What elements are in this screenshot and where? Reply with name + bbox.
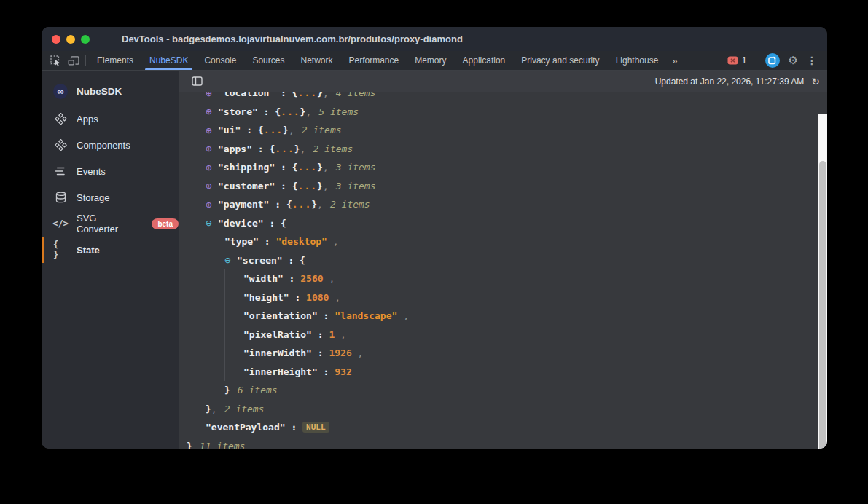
collapsed-dots[interactable]: ... xyxy=(275,143,294,154)
updated-timestamp: Updated at Jan 22, 2026, 11:27:39 AM xyxy=(655,76,805,87)
comma: , xyxy=(323,162,329,173)
indent-guide xyxy=(187,214,206,233)
comma: , xyxy=(397,310,409,321)
extension-icon[interactable] xyxy=(765,53,780,68)
expand-toggle-expanded[interactable]: ⊖ xyxy=(206,218,218,228)
updated-status: Updated at Jan 22, 2026, 11:27:39 AM ↻ xyxy=(655,76,820,87)
sidebar-item-svg-converter[interactable]: </>SVG Converterbeta xyxy=(42,210,179,237)
devtools-tab-bar: ElementsNubeSDKConsoleSourcesNetworkPerf… xyxy=(42,51,827,71)
expand-toggle-expanded[interactable]: ⊖ xyxy=(224,255,237,265)
json-key: "orientation" xyxy=(243,310,318,321)
collapsed-dots[interactable]: ... xyxy=(298,162,317,173)
tab-network[interactable]: Network xyxy=(292,51,340,70)
indent-guide xyxy=(206,288,224,307)
expand-toggle-collapsed[interactable]: ⊕ xyxy=(206,181,218,191)
beta-badge: beta xyxy=(152,218,179,229)
close-brace: } xyxy=(317,162,323,173)
tab-nubesdk[interactable]: NubeSDK xyxy=(141,51,196,70)
tab-performance[interactable]: Performance xyxy=(340,51,407,70)
comma: , xyxy=(323,181,329,192)
device-toolbar-icon[interactable] xyxy=(65,51,82,70)
toolbar-divider xyxy=(85,55,86,66)
tab-privacy-and-security[interactable]: Privacy and security xyxy=(513,51,607,70)
expand-toggle-collapsed[interactable]: ⊕ xyxy=(206,200,218,210)
sidebar-item-nubesdk[interactable]: ∞NubeSDK xyxy=(42,78,179,104)
json-row-orientation: "orientation" : "landscape" , xyxy=(187,307,827,326)
indent-guide xyxy=(206,381,224,400)
collapsed-dots[interactable]: ... xyxy=(298,92,317,98)
tab-lighthouse[interactable]: Lighthouse xyxy=(608,51,667,70)
sidebar-item-label: Components xyxy=(77,140,130,151)
items-count: 11 items xyxy=(200,441,246,449)
more-tabs-button[interactable]: » xyxy=(666,55,682,66)
close-brace: } xyxy=(317,181,323,192)
indent-guide xyxy=(224,363,243,382)
scrollbar-track[interactable] xyxy=(818,114,827,449)
json-row-close-brace: }6 items xyxy=(187,381,827,400)
collapsed-dots[interactable]: ... xyxy=(298,181,317,192)
indent-guide xyxy=(187,195,206,214)
zoom-window-button[interactable] xyxy=(81,35,90,44)
issues-counter[interactable]: 1 xyxy=(724,55,750,66)
sidebar-item-events[interactable]: Events xyxy=(42,158,179,184)
indent-guide xyxy=(187,269,206,288)
json-row-width: "width" : 2560 , xyxy=(187,269,827,288)
comma: , xyxy=(324,273,335,284)
json-key: "store" xyxy=(218,106,258,117)
json-key: "shipping" xyxy=(218,162,275,173)
sidebar-item-state[interactable]: { }State xyxy=(42,237,179,263)
open-brace: { xyxy=(292,92,298,98)
traffic-lights xyxy=(42,35,100,44)
nube-logo: ∞ xyxy=(53,84,68,99)
indent-guide xyxy=(187,177,206,196)
toolbar-right-icons: 1 ⚙ ⋮ xyxy=(724,53,827,68)
colon: : xyxy=(269,199,286,210)
settings-gear-icon[interactable]: ⚙ xyxy=(786,54,801,67)
colon: : xyxy=(318,366,335,377)
json-string-value: "landscape" xyxy=(335,310,397,321)
expand-toggle-collapsed[interactable]: ⊕ xyxy=(206,106,218,117)
json-key: "location" xyxy=(218,92,275,98)
issues-icon xyxy=(727,56,738,65)
braces-icon: { } xyxy=(53,240,68,260)
inspect-element-icon[interactable] xyxy=(47,51,65,70)
indent-guide xyxy=(187,363,206,382)
colon: : xyxy=(318,310,335,321)
menu-kebab-icon[interactable]: ⋮ xyxy=(804,55,821,66)
sidebar-item-apps[interactable]: Apps xyxy=(42,106,179,132)
items-count: 2 items xyxy=(302,125,342,135)
tab-console[interactable]: Console xyxy=(196,51,244,70)
collapsed-dots[interactable]: ... xyxy=(281,106,300,117)
open-brace: { xyxy=(292,181,298,192)
items-count: 2 items xyxy=(313,143,353,154)
state-panel: Updated at Jan 22, 2026, 11:27:39 AM ↻ ⊕… xyxy=(179,71,827,449)
tab-application[interactable]: Application xyxy=(455,51,514,70)
tab-sources[interactable]: Sources xyxy=(244,51,292,70)
scrollbar-thumb[interactable] xyxy=(819,161,826,449)
toggle-sidebar-icon[interactable] xyxy=(188,71,206,92)
expand-toggle-collapsed[interactable]: ⊕ xyxy=(206,143,218,154)
collapsed-dots[interactable]: ... xyxy=(292,199,311,210)
json-key: "width" xyxy=(243,273,284,284)
colon: : xyxy=(264,218,281,229)
collapsed-dots[interactable]: ... xyxy=(264,125,283,135)
expand-toggle-collapsed[interactable]: ⊕ xyxy=(206,162,218,173)
json-row-store: ⊕"store" : {...},5 items xyxy=(187,103,827,122)
close-brace: } xyxy=(283,125,289,135)
sidebar-item-label: State xyxy=(77,245,100,256)
colon: : xyxy=(275,92,292,98)
sidebar-item-storage[interactable]: Storage xyxy=(42,184,179,210)
colon: : xyxy=(259,236,275,247)
refresh-icon[interactable]: ↻ xyxy=(811,76,820,87)
json-key: "apps" xyxy=(218,143,252,154)
sidebar-item-components[interactable]: Components xyxy=(42,132,179,158)
close-window-button[interactable] xyxy=(52,35,60,44)
expand-toggle-collapsed[interactable]: ⊕ xyxy=(206,92,218,98)
minimize-window-button[interactable] xyxy=(66,35,75,44)
json-row-customer: ⊕"customer" : {...},3 items xyxy=(187,177,827,196)
expand-toggle-collapsed[interactable]: ⊕ xyxy=(206,125,218,135)
code-icon: </> xyxy=(53,218,68,229)
tab-elements[interactable]: Elements xyxy=(89,51,141,70)
indent-guide xyxy=(187,418,206,437)
tab-memory[interactable]: Memory xyxy=(407,51,454,70)
